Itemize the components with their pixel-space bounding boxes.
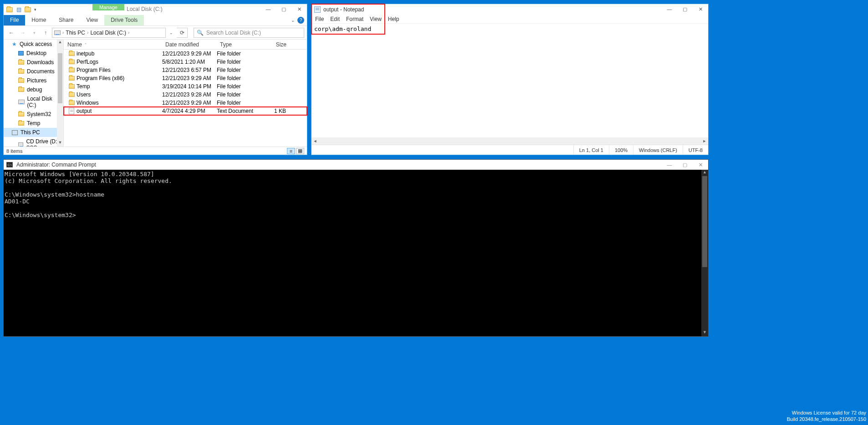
column-name[interactable]: Name˄: [64, 41, 162, 48]
cell-date: 5/8/2021 1:20 AM: [162, 59, 217, 65]
breadcrumb-root[interactable]: This PC: [66, 30, 85, 36]
cmd-title: Administrator: Command Prompt: [16, 162, 96, 168]
cell-type: Text Document: [217, 108, 262, 114]
qat-properties-icon[interactable]: ▧: [15, 5, 23, 14]
search-box[interactable]: 🔍: [194, 28, 304, 38]
ribbon-tab-home[interactable]: Home: [25, 15, 52, 25]
close-button[interactable]: ✕: [693, 4, 708, 14]
cell-name: Temp: [77, 83, 162, 90]
tree-item-label: This PC: [20, 129, 40, 136]
scroll-left-icon[interactable]: ◄: [311, 137, 319, 145]
menu-edit[interactable]: Edit: [330, 16, 340, 22]
recent-caret[interactable]: ▾: [29, 28, 39, 38]
navigation-pane[interactable]: ★Quick accessDesktopDownloadsDocumentsPi…: [4, 40, 64, 147]
folder-icon: [69, 92, 75, 97]
cell-type: File folder: [217, 83, 262, 90]
menu-view[interactable]: View: [370, 16, 382, 22]
notepad-titlebar[interactable]: output - Notepad — ▢ ✕: [311, 4, 708, 15]
drive-icon: [18, 142, 23, 147]
chevron-right-icon[interactable]: ›: [128, 30, 129, 35]
file-row[interactable]: output4/7/2024 4:29 PMText Document1 KB: [64, 107, 307, 115]
scroll-up-icon[interactable]: ▲: [701, 170, 708, 176]
file-row[interactable]: Program Files12/21/2023 6:57 PMFile fold…: [64, 66, 307, 74]
ribbon-tab-drive[interactable]: Drive Tools: [104, 15, 144, 25]
refresh-button[interactable]: ⟳: [177, 28, 188, 38]
breadcrumb-current[interactable]: Local Disk (C:): [90, 30, 126, 36]
notepad-h-scroll[interactable]: ◄ ►: [311, 137, 708, 145]
cmd-scrollbar[interactable]: ▲ ▼: [701, 170, 708, 336]
file-row[interactable]: Windows12/21/2023 9:29 AMFile folder: [64, 99, 307, 107]
file-row[interactable]: PerfLogs5/8/2021 1:20 AMFile folder: [64, 58, 307, 66]
menu-help[interactable]: Help: [388, 16, 399, 22]
notepad-statusbar: Ln 1, Col 1 100% Windows (CRLF) UTF-8: [311, 145, 708, 155]
tree-item[interactable]: ★Quick access: [4, 40, 63, 49]
scroll-down-icon[interactable]: ▼: [701, 330, 708, 336]
details-view-button[interactable]: ≡: [287, 148, 295, 154]
column-headers[interactable]: Name˄ Date modified Type Size: [64, 40, 307, 50]
close-button[interactable]: ✕: [291, 4, 307, 14]
notepad-app-icon: [314, 6, 321, 13]
ribbon-tab-view[interactable]: View: [80, 15, 104, 25]
tree-item[interactable]: Documents: [4, 67, 63, 76]
qat-customize-caret[interactable]: ▾: [33, 7, 38, 12]
notepad-textarea[interactable]: corp\adm-qroland: [311, 24, 708, 145]
file-explorer-window: ▧ ▾ Manage Local Disk (C:) — ▢ ✕ File Ho…: [3, 4, 307, 155]
ribbon-tab-share[interactable]: Share: [52, 15, 80, 25]
maximize-button[interactable]: ▢: [276, 4, 291, 14]
file-row[interactable]: inetpub12/21/2023 9:29 AMFile folder: [64, 50, 307, 58]
chevron-right-icon[interactable]: ›: [62, 30, 64, 35]
scroll-down-icon[interactable]: ▼: [57, 140, 63, 147]
icons-view-button[interactable]: ▦: [296, 148, 304, 154]
explorer-titlebar[interactable]: ▧ ▾ Manage Local Disk (C:) — ▢ ✕: [4, 4, 307, 15]
nav-scrollbar[interactable]: ▲ ▼: [57, 40, 63, 147]
tree-item[interactable]: Downloads: [4, 58, 63, 67]
column-date[interactable]: Date modified: [162, 41, 216, 48]
column-size[interactable]: Size: [262, 41, 290, 48]
maximize-button[interactable]: ▢: [677, 4, 693, 14]
close-button[interactable]: ✕: [693, 160, 708, 170]
explorer-app-icon[interactable]: [5, 5, 14, 14]
cmd-app-icon: C:\: [6, 162, 13, 167]
scroll-thumb[interactable]: [702, 176, 707, 267]
cell-name: inetpub: [77, 51, 162, 57]
tree-item[interactable]: Desktop: [4, 49, 63, 58]
back-button[interactable]: ←: [6, 28, 16, 38]
cell-date: 4/7/2024 4:29 PM: [162, 108, 217, 114]
tree-item[interactable]: Temp: [4, 119, 63, 128]
tree-item[interactable]: Pictures: [4, 76, 63, 85]
scroll-thumb[interactable]: [58, 53, 62, 103]
cell-date: 3/19/2024 10:14 PM: [162, 83, 217, 90]
minimize-button[interactable]: —: [662, 160, 677, 170]
address-dropdown[interactable]: ⌄: [167, 30, 175, 35]
menu-format[interactable]: Format: [346, 16, 363, 22]
scroll-right-icon[interactable]: ►: [701, 137, 708, 145]
search-input[interactable]: [206, 30, 301, 36]
file-row[interactable]: Users12/21/2023 9:28 AMFile folder: [64, 91, 307, 99]
address-bar[interactable]: › This PC › Local Disk (C:) ›: [52, 28, 166, 38]
chevron-right-icon[interactable]: ›: [87, 30, 88, 35]
menu-file[interactable]: File: [315, 16, 324, 22]
help-icon[interactable]: ?: [297, 17, 304, 24]
ribbon-expand-caret[interactable]: ⌄: [291, 18, 295, 23]
tree-item[interactable]: This PC: [4, 128, 63, 137]
cmd-content[interactable]: Microsoft Windows [Version 10.0.20348.58…: [4, 170, 708, 219]
up-button[interactable]: ↑: [41, 28, 51, 38]
qat-new-folder-icon[interactable]: [24, 5, 32, 14]
scroll-up-icon[interactable]: ▲: [57, 40, 63, 46]
file-list[interactable]: Name˄ Date modified Type Size inetpub12/…: [64, 40, 307, 147]
search-icon: 🔍: [197, 30, 204, 36]
file-row[interactable]: Temp3/19/2024 10:14 PMFile folder: [64, 82, 307, 91]
minimize-button[interactable]: —: [260, 4, 276, 14]
cmd-titlebar[interactable]: C:\ Administrator: Command Prompt — ▢ ✕: [4, 160, 708, 170]
maximize-button[interactable]: ▢: [677, 160, 693, 170]
tree-item[interactable]: CD Drive (D:) SSS: [4, 137, 63, 147]
tree-item[interactable]: debug: [4, 85, 63, 94]
minimize-button[interactable]: —: [662, 4, 677, 14]
tree-item[interactable]: System32: [4, 110, 63, 119]
forward-button[interactable]: →: [18, 28, 28, 38]
column-type[interactable]: Type: [216, 41, 262, 48]
ribbon-tab-file[interactable]: File: [4, 15, 25, 25]
tree-item[interactable]: Local Disk (C:): [4, 94, 63, 110]
pc-icon: [12, 130, 18, 135]
file-row[interactable]: Program Files (x86)12/21/2023 9:29 AMFil…: [64, 74, 307, 82]
